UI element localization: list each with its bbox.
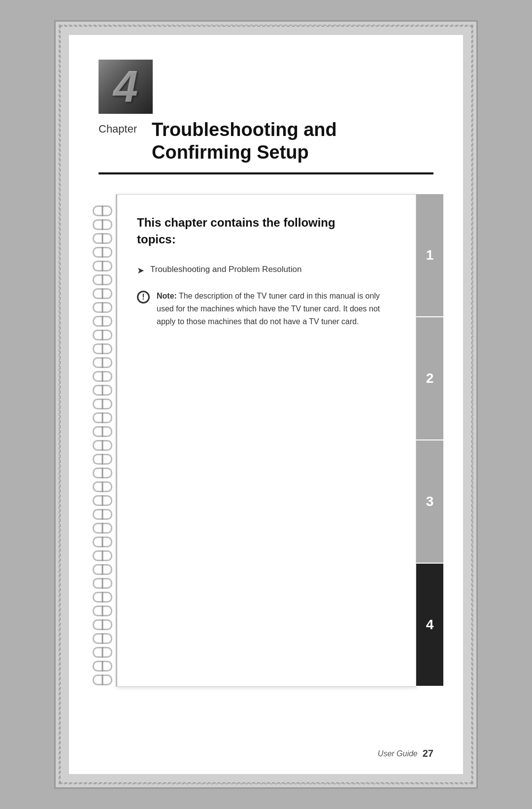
chapter-title-row: Chapter Troubleshooting and Confirming S…	[99, 119, 433, 164]
heading-line2: topics:	[137, 233, 176, 246]
tab-item-3[interactable]: 3	[416, 440, 443, 564]
footer-page-number: 27	[423, 748, 433, 759]
spiral-coil	[93, 495, 112, 506]
spiral-coil	[93, 481, 112, 492]
page-footer: User Guide 27	[378, 748, 433, 759]
spiral-coil	[93, 674, 112, 685]
note-icon: !	[137, 291, 150, 303]
spiral-coil	[93, 288, 112, 299]
spiral-binding	[89, 194, 116, 687]
spiral-coil	[93, 454, 112, 465]
topic-label: Troubleshooting and Problem Resolution	[150, 265, 301, 274]
chapter-number-box: 4	[99, 60, 153, 114]
spiral-coil	[93, 343, 112, 354]
spiral-coil	[93, 247, 112, 258]
spiral-coil	[93, 578, 112, 589]
spiral-coil	[93, 385, 112, 396]
spiral-coil	[93, 537, 112, 547]
notebook-heading: This chapter contains the following topi…	[137, 214, 391, 247]
tab-number-4: 4	[426, 617, 434, 633]
spiral-coil	[93, 371, 112, 382]
notebook-content: This chapter contains the following topi…	[117, 195, 416, 347]
spiral-coil	[93, 302, 112, 313]
spiral-coil	[93, 564, 112, 575]
spiral-coil	[93, 661, 112, 672]
spiral-coil	[93, 330, 112, 340]
tab-strip: 1 2 3 4	[416, 194, 443, 687]
spiral-coil	[93, 412, 112, 423]
spiral-coil	[93, 426, 112, 437]
chapter-label: Chapter	[99, 123, 143, 135]
notebook-container: This chapter contains the following topi…	[89, 194, 443, 687]
spiral-coil	[93, 399, 112, 409]
note-body: The description of the TV tuner card in …	[157, 292, 380, 325]
chapter-title-line1: Troubleshooting and	[152, 119, 337, 140]
spiral-coil	[93, 357, 112, 368]
page-inner: 4 Chapter Troubleshooting and Confirming…	[69, 35, 463, 774]
spiral-coil	[93, 550, 112, 561]
spiral-coil	[93, 219, 112, 230]
note-bold-prefix: Note:	[157, 292, 177, 300]
note-block: ! Note: The description of the TV tuner …	[137, 290, 391, 328]
tab-number-1: 1	[426, 247, 434, 263]
spiral-coil	[93, 523, 112, 534]
header-area: 4 Chapter Troubleshooting and Confirming…	[69, 35, 463, 164]
heading-line1: This chapter contains the following	[137, 216, 335, 229]
tab-item-1[interactable]: 1	[416, 194, 443, 317]
topic-item: ➤ Troubleshooting and Problem Resolution	[137, 265, 391, 276]
footer-title: User Guide	[378, 749, 418, 758]
note-text: Note: The description of the TV tuner ca…	[157, 290, 391, 328]
notebook-book: This chapter contains the following topi…	[116, 194, 416, 687]
chapter-title: Troubleshooting and Confirming Setup	[152, 119, 337, 164]
arrow-icon: ➤	[137, 265, 144, 276]
tab-number-2: 2	[426, 371, 434, 386]
spiral-coil	[93, 274, 112, 285]
spiral-coil	[93, 509, 112, 520]
spiral-coil	[93, 592, 112, 603]
spiral-coil	[93, 233, 112, 244]
spiral-coil	[93, 468, 112, 478]
page-outer: 4 Chapter Troubleshooting and Confirming…	[54, 20, 478, 789]
header-divider	[99, 172, 433, 174]
spiral-coil	[93, 606, 112, 616]
tab-number-3: 3	[426, 494, 434, 509]
chapter-title-line2: Confirming Setup	[152, 142, 309, 163]
tab-item-4[interactable]: 4	[416, 564, 443, 687]
spiral-coil	[93, 440, 112, 451]
spiral-coil	[93, 619, 112, 630]
tab-item-2[interactable]: 2	[416, 317, 443, 440]
spiral-coil	[93, 205, 112, 216]
spiral-coil	[93, 316, 112, 327]
chapter-number: 4	[113, 65, 138, 109]
spiral-coil	[93, 647, 112, 658]
spiral-coil	[93, 261, 112, 271]
spiral-coil	[93, 633, 112, 644]
